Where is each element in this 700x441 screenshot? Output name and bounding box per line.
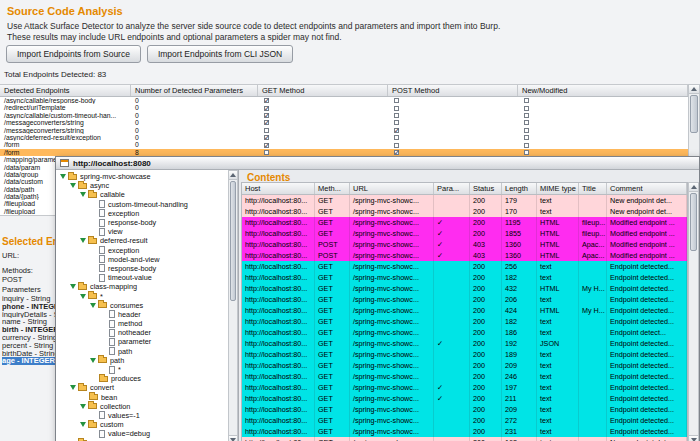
contents-row[interactable]: http://localhost:80...GET/spring-mvc-sho… [242, 327, 687, 338]
endpoint-row[interactable]: /messageconverters/string0 [0, 119, 688, 126]
endpoint-row[interactable]: /redirect/uriTemplate0 [0, 104, 688, 111]
expander-icon[interactable] [80, 294, 86, 299]
contents-row[interactable]: http://localhost:80...GET/spring-mvc-sho… [242, 371, 687, 382]
contents-row[interactable]: http://localhost:80...GET/spring-mvc-sho… [242, 305, 687, 316]
get-method-checkbox[interactable] [264, 98, 269, 103]
column-header-length[interactable]: Length [502, 183, 537, 194]
get-method-checkbox[interactable] [264, 113, 269, 118]
post-method-checkbox[interactable] [394, 128, 399, 133]
tree-node[interactable]: async [56, 181, 228, 190]
contents-row[interactable]: http://localhost:80...POST/spring-mvc-sh… [242, 239, 687, 250]
tree-node[interactable]: response-body [56, 218, 228, 227]
tree-node[interactable]: method [56, 319, 228, 328]
tree-node[interactable]: custom-timeout-handling [56, 200, 228, 209]
new-modified-checkbox[interactable] [524, 113, 529, 118]
contents-scroll-down-button[interactable] [689, 435, 698, 441]
column-header-number-of-detected-parameters[interactable]: Number of Detected Parameters [131, 85, 258, 96]
contents-row[interactable]: http://localhost:80...GET/spring-mvc-sho… [242, 283, 687, 294]
new-modified-checkbox[interactable] [524, 150, 529, 155]
tree-node[interactable]: notheader [56, 328, 228, 337]
column-header-get-method[interactable]: GET Method [258, 85, 388, 96]
tree-node[interactable]: exception [56, 209, 228, 218]
get-method-checkbox[interactable] [264, 150, 269, 155]
contents-row[interactable]: http://localhost:80...GET/spring-mvc-sho… [242, 415, 687, 426]
contents-row[interactable]: http://localhost:80...POST/spring-mvc-sh… [242, 250, 687, 261]
expander-icon[interactable] [90, 303, 96, 308]
endpoint-row[interactable]: /form0 [0, 141, 688, 148]
tree-node[interactable]: * [56, 291, 228, 300]
column-header-status[interactable]: Status [470, 183, 502, 194]
contents-row[interactable]: http://localhost:80...GET/spring-mvc-sho… [242, 195, 687, 206]
column-header-mime-type[interactable]: MIME type [537, 183, 579, 194]
expander-icon[interactable] [90, 358, 96, 363]
contents-row[interactable]: http://localhost:80...GET/spring-mvc-sho… [242, 261, 687, 272]
column-header-params[interactable]: Para... [434, 183, 470, 194]
tree-scrollbar[interactable] [228, 170, 238, 441]
contents-row[interactable]: http://localhost:80...GET/spring-mvc-sho… [242, 294, 687, 305]
expander-icon[interactable] [70, 284, 76, 289]
new-modified-checkbox[interactable] [524, 143, 529, 148]
post-method-checkbox[interactable] [394, 135, 399, 140]
expander-icon[interactable] [80, 192, 86, 197]
column-header-method[interactable]: Meth... [315, 183, 350, 194]
import-endpoints-from-source-button[interactable]: Import Endpoints from Source [6, 45, 141, 63]
new-modified-checkbox[interactable] [524, 120, 529, 125]
tree-node[interactable]: header [56, 310, 228, 319]
tree-node[interactable]: convert [56, 383, 228, 392]
contents-row[interactable]: http://localhost:80...GET/spring-mvc-sho… [242, 272, 687, 283]
post-method-checkbox[interactable] [394, 106, 399, 111]
tree-node[interactable]: bean [56, 393, 228, 402]
window-title-bar[interactable]: http://localhost:8080 [56, 157, 699, 170]
tree-node[interactable]: consumes [56, 301, 228, 310]
contents-row[interactable]: http://localhost:80...GET/spring-mvc-sho… [242, 426, 687, 437]
contents-scroll-up-button[interactable] [689, 183, 698, 192]
column-header-detected-endpoints[interactable]: Detected Endpoints [0, 85, 131, 96]
tree-node[interactable]: custom [56, 420, 228, 429]
tree-scroll-down-button[interactable] [229, 435, 237, 441]
contents-row[interactable]: http://localhost:80...GET/spring-mvc-sho… [242, 393, 687, 404]
contents-row[interactable]: http://localhost:80...GET/spring-mvc-sho… [242, 217, 687, 228]
get-method-checkbox[interactable] [264, 135, 269, 140]
post-method-checkbox[interactable] [394, 98, 399, 103]
endpoint-row[interactable]: /messageconverters/string0 [0, 127, 688, 134]
new-modified-checkbox[interactable] [524, 128, 529, 133]
get-method-checkbox[interactable] [264, 143, 269, 148]
scroll-up-button[interactable] [689, 85, 699, 94]
endpoint-row[interactable]: /async/callable/response-body0 [0, 97, 688, 104]
column-header-host[interactable]: Host [242, 183, 315, 194]
tree-node[interactable]: path [56, 356, 228, 365]
tree-node[interactable]: parameter [56, 337, 228, 346]
contents-scrollbar[interactable] [688, 182, 699, 441]
expander-icon[interactable] [70, 385, 76, 390]
tree-node[interactable]: response-body [56, 264, 228, 273]
contents-scrollbar-thumb[interactable] [690, 193, 697, 251]
contents-row[interactable]: http://localhost:80...GET/spring-mvc-sho… [242, 316, 687, 327]
column-header-post-method[interactable]: POST Method [388, 85, 518, 96]
tree-node[interactable]: path [56, 347, 228, 356]
get-method-checkbox[interactable] [264, 106, 269, 111]
post-method-checkbox[interactable] [394, 120, 399, 125]
column-header-new-modified[interactable]: New/Modified [518, 85, 688, 96]
expander-icon[interactable] [80, 404, 86, 409]
expander-icon[interactable] [60, 174, 66, 179]
tree-node[interactable]: * [56, 365, 228, 374]
expander-icon[interactable] [70, 183, 76, 188]
endpoints-scrollbar-thumb[interactable] [690, 95, 698, 133]
tree-node[interactable]: deferred-result [56, 236, 228, 245]
contents-row[interactable]: http://localhost:80...GET/spring-mvc-sho… [242, 228, 687, 239]
tree-node[interactable]: values=-1 [56, 411, 228, 420]
import-endpoints-from-cli-json-button[interactable]: Import Endpoints from CLI JSON [147, 45, 293, 63]
expander-icon[interactable] [80, 238, 86, 243]
tree-node[interactable]: collection [56, 402, 228, 411]
get-method-checkbox[interactable] [264, 120, 269, 125]
contents-row[interactable]: http://localhost:80...GET/spring-mvc-sho… [242, 206, 687, 217]
post-method-checkbox[interactable] [394, 143, 399, 148]
new-modified-checkbox[interactable] [524, 135, 529, 140]
tree-scroll-up-button[interactable] [229, 171, 237, 180]
expander-icon[interactable] [80, 422, 86, 427]
post-method-checkbox[interactable] [394, 113, 399, 118]
contents-row[interactable]: http://localhost:80...GET/spring-mvc-sho… [242, 338, 687, 349]
column-header-url[interactable]: URL [350, 183, 434, 194]
endpoint-row[interactable]: /async/callable/custom-timeout-han...0 [0, 112, 688, 119]
column-header-comment[interactable]: Comment [607, 183, 687, 194]
